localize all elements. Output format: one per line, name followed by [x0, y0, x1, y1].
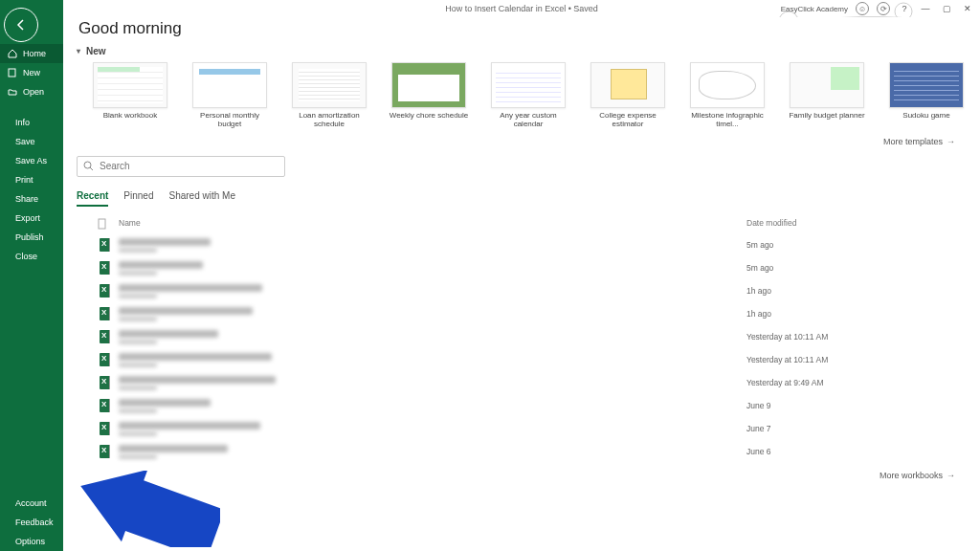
template-weekly-chore-schedule[interactable]: Weekly chore schedule — [389, 62, 469, 129]
file-name-redacted — [119, 238, 746, 253]
nav-label: New — [23, 68, 40, 77]
chevron-down-icon: ▾ — [77, 47, 80, 55]
template-college-expense-estimator[interactable]: College expense estimator — [588, 62, 668, 129]
nav-publish[interactable]: Publish — [0, 228, 63, 247]
file-name-redacted — [119, 399, 746, 413]
nav-print[interactable]: Print — [0, 170, 63, 189]
file-header-icon — [98, 218, 107, 230]
nav-options[interactable]: Options — [0, 532, 63, 551]
sync-icon[interactable]: ⟳ — [877, 2, 890, 15]
greeting-heading: Good morning — [78, 19, 967, 38]
arrow-right-icon: → — [947, 137, 955, 146]
template-label: College expense estimator — [588, 112, 668, 129]
template-loan-amortization-schedule[interactable]: Loan amortization schedule — [289, 62, 369, 129]
nav-label: Save — [15, 137, 35, 146]
template-thumb — [790, 62, 864, 108]
file-name-redacted — [119, 307, 746, 321]
file-row[interactable]: 5m ago — [77, 233, 967, 256]
template-label: Any year custom calendar — [488, 112, 568, 129]
minimize-button[interactable]: — — [919, 4, 932, 13]
file-date: June 6 — [746, 447, 967, 456]
open-icon — [8, 87, 17, 97]
file-row[interactable]: Yesterday at 9:49 AM — [77, 371, 967, 394]
nav-label: Options — [15, 537, 45, 546]
template-thumb — [391, 62, 466, 108]
home-icon — [8, 49, 17, 58]
account-avatar-icon[interactable]: ☺ — [856, 2, 869, 15]
nav-label: Share — [15, 194, 38, 204]
nav-home[interactable]: Home — [0, 44, 63, 63]
template-thumb — [690, 62, 765, 108]
maximize-button[interactable]: ▢ — [940, 4, 953, 13]
file-row[interactable]: June 6 — [77, 440, 967, 463]
template-personal-monthly-budget[interactable]: Personal monthly budget — [189, 62, 270, 129]
template-label: Family budget planner — [789, 112, 864, 121]
help-icon[interactable]: ? — [898, 4, 911, 13]
nav-close[interactable]: Close — [0, 247, 63, 266]
excel-file-icon — [100, 261, 113, 275]
nav-label: Publish — [15, 232, 44, 242]
search-input[interactable] — [100, 161, 278, 171]
file-name-redacted — [119, 445, 746, 459]
nav-save[interactable]: Save — [0, 132, 63, 151]
search-icon — [83, 161, 94, 171]
svg-rect-5 — [99, 219, 105, 229]
nav-open[interactable]: Open — [0, 82, 63, 101]
nav-save-as[interactable]: Save As — [0, 151, 63, 170]
nav-share[interactable]: Share — [0, 189, 63, 209]
tab-shared-with-me[interactable]: Shared with Me — [169, 190, 235, 207]
column-date[interactable]: Date modified — [746, 218, 967, 231]
file-name-redacted — [119, 353, 746, 367]
excel-file-icon — [100, 330, 113, 343]
file-row[interactable]: 1h ago — [77, 302, 967, 325]
nav-account[interactable]: Account — [0, 494, 63, 513]
tab-pinned[interactable]: Pinned — [123, 190, 153, 207]
file-date: Yesterday at 10:11 AM — [746, 332, 967, 342]
nav-feedback[interactable]: Feedback — [0, 513, 63, 532]
file-row[interactable]: June 9 — [77, 394, 967, 417]
more-workbooks-link[interactable]: More workbooks → — [77, 471, 955, 480]
nav-label: Open — [23, 87, 44, 97]
file-date: Yesterday at 9:49 AM — [746, 378, 967, 387]
new-section-label: New — [86, 46, 106, 56]
new-icon — [8, 68, 17, 77]
titlebar: How to Insert Calendar in Excel • Saved … — [63, 0, 980, 17]
close-button[interactable]: ✕ — [961, 4, 974, 13]
template-label: Sudoku game — [902, 112, 949, 121]
svg-line-4 — [90, 167, 93, 170]
new-section-header[interactable]: ▾ New — [77, 46, 967, 56]
template-label: Loan amortization schedule — [289, 112, 369, 129]
file-row[interactable]: June 7 — [77, 417, 967, 440]
template-blank-workbook[interactable]: Blank workbook — [90, 62, 170, 129]
account-name[interactable]: EasyClick Academy — [781, 5, 848, 13]
template-family-budget-planner[interactable]: Family budget planner — [787, 62, 867, 129]
svg-point-3 — [84, 162, 91, 168]
more-templates-link[interactable]: More templates → — [77, 137, 955, 146]
nav-label: Account — [15, 498, 47, 508]
back-button[interactable] — [4, 8, 38, 42]
template-milestone-infographic-timel-[interactable]: Milestone infographic timel... — [687, 62, 768, 129]
file-date: June 7 — [746, 424, 967, 433]
file-row[interactable]: Yesterday at 10:11 AM — [77, 348, 967, 371]
nav-new[interactable]: New — [0, 63, 63, 82]
file-row[interactable]: Yesterday at 10:11 AM — [77, 325, 967, 348]
file-name-redacted — [119, 261, 746, 276]
excel-file-icon — [100, 238, 113, 252]
file-name-redacted — [119, 376, 746, 390]
tab-recent[interactable]: Recent — [77, 190, 108, 207]
svg-rect-2 — [9, 69, 15, 77]
nav-info[interactable]: Info — [0, 113, 63, 132]
excel-file-icon — [100, 307, 113, 320]
file-row[interactable]: 5m ago — [77, 256, 967, 279]
template-thumb — [889, 62, 964, 108]
template-any-year-custom-calendar[interactable]: Any year custom calendar — [488, 62, 568, 129]
file-list-header: Name Date modified — [77, 216, 967, 233]
file-row[interactable]: 1h ago — [77, 279, 967, 302]
nav-export[interactable]: Export — [0, 209, 63, 228]
document-title: How to Insert Calendar in Excel • Saved — [445, 4, 598, 13]
template-sudoku-game[interactable]: Sudoku game — [886, 62, 967, 129]
column-name[interactable]: Name — [119, 218, 746, 231]
nav-label: Home — [23, 49, 46, 58]
search-box[interactable] — [77, 156, 285, 177]
template-label: Blank workbook — [103, 112, 157, 121]
